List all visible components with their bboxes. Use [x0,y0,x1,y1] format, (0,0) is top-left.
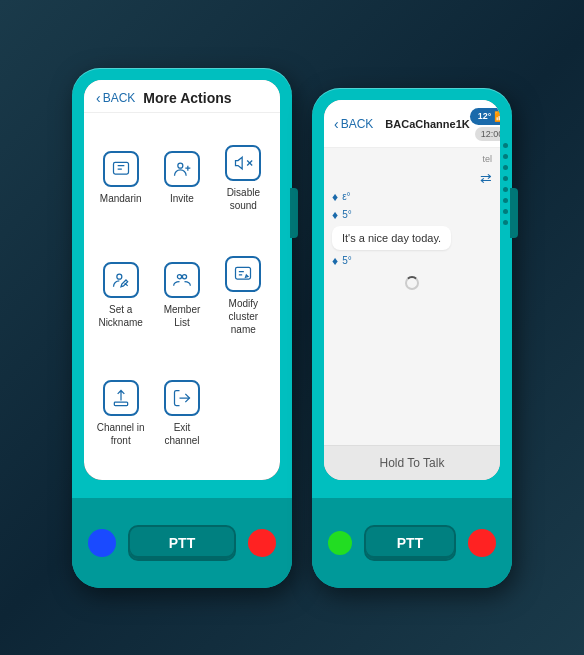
red-dot-button-right[interactable] [468,529,496,557]
voice-duration-1: ε° [342,191,350,202]
chat-header: ‹ BACK BACaChanne1K 12° 📶 12:00 [324,100,500,148]
chat-label-tel: tel [332,154,492,164]
speaker-dot [503,176,508,181]
action-modify-cluster[interactable]: Modify cluster name [215,236,272,356]
voice-wave-3: ♦ [332,254,338,268]
back-label-left: BACK [103,91,136,105]
device-bottom-left: PTT [72,498,292,588]
action-label-exit-channel: Exit channel [157,421,206,447]
action-set-nickname[interactable]: Set a Nickname [92,236,149,356]
back-button-left[interactable]: ‹ BACK [96,90,135,106]
blue-dot-button-left[interactable] [88,529,116,557]
devices-container: ‹ BACK More Actions Mandarin [72,68,512,588]
device-left: ‹ BACK More Actions Mandarin [72,68,292,588]
action-icon-invite [164,151,200,187]
action-member-list[interactable]: Member List [153,236,210,356]
speaker-dot [503,154,508,159]
action-icon-exit-channel [164,380,200,416]
back-chevron-right: ‹ [334,116,339,132]
svg-point-6 [182,275,186,279]
device-bottom-right: PTT [312,498,512,588]
translate-icon: ⇄ [480,170,492,186]
red-dot-button-left[interactable] [248,529,276,557]
voice-wave-2: ♦ [332,208,338,222]
back-button-right[interactable]: ‹ BACK [334,116,373,132]
action-disable-sound[interactable]: Disable sound [215,125,272,232]
ptt-button-right[interactable]: PTT [364,525,456,561]
action-icon-mandarin [103,151,139,187]
speaker-dot [503,187,508,192]
loading-spinner-container [332,276,492,290]
voice-duration-2: 5° [342,209,352,220]
action-label-mandarin: Mandarin [100,192,142,205]
svg-point-1 [178,163,183,168]
svg-rect-0 [113,162,128,174]
screen-bezel-right: ‹ BACK BACaChanne1K 12° 📶 12:00 [324,100,500,480]
action-exit-channel[interactable]: Exit channel [153,360,210,467]
device-right: ‹ BACK BACaChanne1K 12° 📶 12:00 [312,88,512,588]
signal-icon: 📶 [494,111,500,122]
actions-grid: Mandarin Invite Disable so [84,113,280,480]
action-label-disable-sound: Disable sound [219,186,268,212]
action-label-channel-front: Channel in front [96,421,145,447]
screen-left: ‹ BACK More Actions Mandarin [84,80,280,480]
screen-bezel-left: ‹ BACK More Actions Mandarin [84,80,280,480]
svg-point-5 [177,275,181,279]
screen-header-left: ‹ BACK More Actions [84,80,280,113]
chat-message-text: It's a nice day today. [332,226,451,250]
speaker-dot [503,209,508,214]
voice-message-3: ♦ 5° [332,254,492,268]
signal-value: 12° [478,111,492,121]
ptt-button-left[interactable]: PTT [128,525,236,561]
side-button-left[interactable] [290,188,298,238]
header-title-left: More Actions [143,90,231,106]
voice-duration-3: 5° [342,255,352,266]
screen-right: ‹ BACK BACaChanne1K 12° 📶 12:00 [324,100,500,480]
action-icon-disable-sound [225,145,261,181]
action-icon-member-list [164,262,200,298]
chat-body: tel ⇄ ♦ ε° ♦ 5° It's a nice [324,148,500,445]
channel-name: BACaChanne1K [385,118,469,130]
back-label-right: BACK [341,117,374,131]
voice-wave-1: ♦ [332,190,338,204]
speaker-dot [503,220,508,225]
time-badge: 12:00 [475,127,500,141]
green-dot-button-right[interactable] [328,531,352,555]
voice-message-1: ♦ ε° [332,190,492,204]
chat-header-left: ‹ BACK BACaChanne1K [334,116,470,132]
action-icon-modify-cluster [225,256,261,292]
action-icon-set-nickname [103,262,139,298]
chat-message-content: It's a nice day today. [342,232,441,244]
action-label-member-list: Member List [157,303,206,329]
speaker-dot [503,143,508,148]
action-channel-front[interactable]: Channel in front [92,360,149,467]
svg-rect-8 [114,402,127,405]
action-label-invite: Invite [170,192,194,205]
hold-to-talk[interactable]: Hold To Talk [324,445,500,480]
action-invite[interactable]: Invite [153,125,210,232]
back-chevron-left: ‹ [96,90,101,106]
voice-message-2: ♦ 5° [332,208,492,222]
action-icon-channel-front [103,380,139,416]
signal-area: 12° 📶 12:00 [470,108,500,141]
signal-badge: 12° 📶 [470,108,500,125]
svg-point-4 [116,275,121,280]
action-label-set-nickname: Set a Nickname [96,303,145,329]
action-label-modify-cluster: Modify cluster name [219,297,268,336]
svg-rect-7 [236,267,251,279]
speaker-dot [503,198,508,203]
loading-spinner [405,276,419,290]
action-mandarin[interactable]: Mandarin [92,125,149,232]
speaker-dot [503,165,508,170]
